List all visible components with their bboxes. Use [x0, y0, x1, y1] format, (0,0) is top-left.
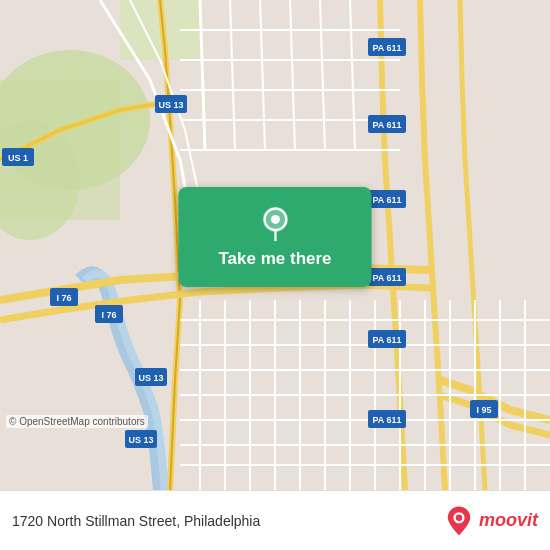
- address-text: 1720 North Stillman Street, Philadelphia: [12, 513, 260, 529]
- map-pin-icon: [257, 205, 293, 241]
- svg-text:PA 611: PA 611: [372, 273, 401, 283]
- osm-credit-text: © OpenStreetMap contributors: [9, 416, 145, 427]
- take-me-there-button[interactable]: Take me there: [178, 187, 371, 287]
- svg-text:PA 611: PA 611: [372, 43, 401, 53]
- svg-text:US 1: US 1: [8, 153, 28, 163]
- bottom-bar: 1720 North Stillman Street, Philadelphia…: [0, 490, 550, 550]
- button-overlay: Take me there: [178, 187, 371, 287]
- svg-text:US 13: US 13: [128, 435, 153, 445]
- osm-credit: © OpenStreetMap contributors: [6, 415, 148, 428]
- svg-text:I 76: I 76: [101, 310, 116, 320]
- svg-text:US 13: US 13: [138, 373, 163, 383]
- svg-text:US 13: US 13: [158, 100, 183, 110]
- svg-text:I 76: I 76: [56, 293, 71, 303]
- moovit-logo: moovit: [443, 505, 538, 537]
- svg-text:I 95: I 95: [476, 405, 491, 415]
- svg-point-67: [456, 514, 462, 520]
- map-view: US 1 US 13 US 13 US 13 I 76 I 76 PA 611 …: [0, 0, 550, 490]
- svg-text:PA 611: PA 611: [372, 335, 401, 345]
- svg-point-65: [270, 215, 279, 224]
- svg-text:PA 611: PA 611: [372, 195, 401, 205]
- moovit-pin-icon: [443, 505, 475, 537]
- take-me-there-label: Take me there: [218, 249, 331, 269]
- moovit-brand-text: moovit: [479, 510, 538, 531]
- svg-text:PA 611: PA 611: [372, 415, 401, 425]
- svg-text:PA 611: PA 611: [372, 120, 401, 130]
